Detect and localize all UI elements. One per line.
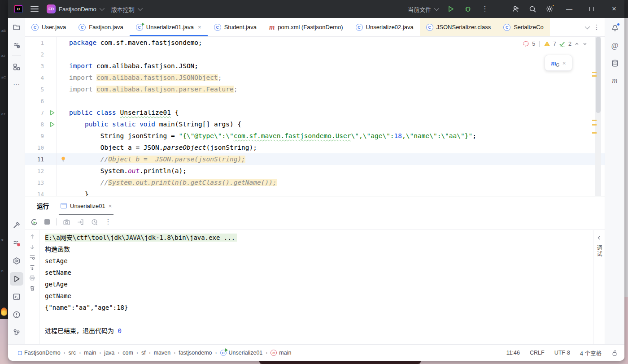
scroll-to-end-button[interactable]	[29, 264, 35, 271]
console-output[interactable]: E:\a网安\ctf\tool\jdk\JAVA\jdk-1.8\bin\jav…	[39, 230, 593, 344]
gc-button[interactable]	[91, 218, 98, 226]
intention-bulb-icon[interactable]	[57, 153, 69, 165]
code-line-10[interactable]: 10 Object a = JSON.parseObject(jsonStrin…	[25, 142, 605, 153]
maximize-button[interactable]	[581, 0, 602, 18]
breadcrumb-item-main[interactable]: mmain	[270, 350, 291, 356]
editor-tab-student-java[interactable]: CStudent.java	[208, 18, 263, 36]
breadcrumb-item-fastjsondemo[interactable]: fastjsondemo	[179, 350, 212, 356]
caret-position[interactable]: 11:46	[506, 350, 520, 356]
close-button[interactable]: ×	[604, 0, 624, 18]
code-line-12[interactable]: 12 System.out.println(a);	[25, 165, 605, 177]
dismiss-popup-icon[interactable]: ×	[563, 60, 566, 66]
run-config-selector[interactable]: 当前文件	[408, 5, 438, 13]
maven-reload-icon[interactable]: m	[551, 59, 557, 67]
structure-tool-button[interactable]	[10, 60, 23, 74]
rerun-button[interactable]	[31, 218, 38, 226]
soft-wrap-button[interactable]	[29, 254, 35, 260]
file-encoding[interactable]: UTF-8	[554, 350, 570, 356]
editor-tab-user-java[interactable]: CUser.java	[25, 18, 72, 36]
code-line-4[interactable]: 4import com.alibaba.fastjson.JSONObject;	[25, 72, 605, 83]
project-tool-button[interactable]	[10, 20, 23, 34]
editor-tab-fastjson-java[interactable]: CFastjson.java	[72, 18, 130, 36]
console-more-options-icon[interactable]: ⋯	[104, 218, 112, 225]
more-tools-button[interactable]: ⋯	[10, 78, 23, 91]
run-tool-button[interactable]	[10, 272, 23, 286]
tab-options-icon[interactable]: ⋯	[593, 24, 601, 31]
breadcrumb-item-main[interactable]: main	[84, 350, 96, 356]
screenshot-button[interactable]	[63, 218, 70, 226]
code-line-3[interactable]: 3import com.alibaba.fastjson.JSON;	[25, 60, 605, 72]
editor-tab-unserialize01-java[interactable]: CUnserialize01.java×	[130, 18, 208, 36]
maven-reload-popup[interactable]: m ×	[545, 55, 572, 71]
services-tool-button[interactable]	[10, 254, 23, 268]
code-line-11[interactable]: 11 //Object b = JSON.parse(jsonString);	[25, 153, 605, 165]
warning-stripe-mark[interactable]	[592, 75, 597, 77]
run-button[interactable]	[443, 2, 458, 16]
minimize-button[interactable]: —	[559, 0, 580, 18]
dump-threads-button[interactable]	[77, 218, 84, 226]
breadcrumb-item-maven[interactable]: maven	[154, 350, 171, 356]
code-line-1[interactable]: 1package com.sf.maven.fastjsondemo;	[25, 37, 605, 48]
clear-console-button[interactable]	[29, 285, 35, 291]
code-line-13[interactable]: 13 //System.out.println(b.getClass().get…	[25, 177, 605, 188]
problems-tool-button[interactable]	[10, 236, 23, 250]
settings-button[interactable]	[542, 2, 557, 16]
maven-tool-button[interactable]: m	[608, 74, 622, 87]
breadcrumb-item-com[interactable]: com	[122, 350, 133, 356]
intellij-logo-icon[interactable]: IJ	[14, 5, 22, 13]
code-with-me-button[interactable]	[508, 2, 523, 16]
line-ending[interactable]: CRLF	[530, 350, 545, 356]
breadcrumb-item-java[interactable]: java	[104, 350, 114, 356]
editor-tab-unserialize02-java[interactable]: CUnserialize02.java	[349, 18, 420, 36]
code-line-2[interactable]: 2	[25, 48, 605, 60]
project-selector[interactable]: FD FastjsonDemo	[47, 4, 103, 13]
warning-stripe-mark[interactable]	[592, 132, 597, 134]
editor-tab-jsonserializer-class[interactable]: CJSONSerializer.class	[420, 18, 497, 36]
breadcrumb-item-unserialize01[interactable]: CUnserialize01	[220, 350, 263, 356]
code-line-8[interactable]: 8 public static void main(String[] args)…	[25, 118, 605, 130]
commit-tool-button[interactable]: ?	[10, 38, 23, 52]
run-console-tab[interactable]: Unserialize01 ×	[61, 196, 112, 215]
code-line-14[interactable]: 14 }	[25, 188, 605, 196]
code-line-9[interactable]: 9 String jsonString = "{\"@type\":\"com.…	[25, 130, 605, 142]
run-gutter-icon[interactable]	[48, 110, 57, 116]
search-everywhere-button[interactable]	[525, 2, 540, 16]
indent-setting[interactable]: 4 个空格	[580, 349, 602, 357]
unlocked-padlock-icon[interactable]	[611, 350, 618, 356]
collapsed-side-panel[interactable]: 调试	[593, 230, 605, 344]
vcs-widget[interactable]: 版本控制	[111, 5, 141, 13]
more-actions-button[interactable]: ⋯	[477, 2, 493, 16]
build-tool-button[interactable]	[10, 218, 23, 232]
breadcrumb-item-src[interactable]: src	[69, 350, 76, 356]
hidden-tabs-chevron-icon[interactable]	[585, 24, 590, 29]
warning-stripe-mark[interactable]	[592, 124, 597, 126]
version-control-tool-button[interactable]	[10, 326, 23, 339]
code-line-7[interactable]: 7public class Unserialize01 {	[25, 107, 605, 118]
code-line-5[interactable]: 5import com.alibaba.fastjson.parser.Feat…	[25, 83, 605, 95]
stop-button[interactable]	[44, 219, 50, 225]
breadcrumb-item-sf[interactable]: sf	[141, 350, 146, 356]
editor-tab-pom-xml-fastjsondemo-[interactable]: mpom.xml (FastjsonDemo)	[263, 18, 349, 36]
close-console-tab-icon[interactable]: ×	[109, 203, 112, 209]
scrollbar-thumb[interactable]	[596, 37, 601, 113]
inspections-widget[interactable]: 5 7 2	[521, 39, 589, 48]
code-line-6[interactable]: 6	[25, 95, 605, 107]
notifications-tool-button[interactable]	[608, 22, 622, 35]
print-button[interactable]	[29, 275, 35, 281]
debug-button[interactable]	[460, 2, 475, 16]
breadcrumb-item-fastjsondemo[interactable]: FastjsonDemo	[18, 350, 61, 356]
code-editor[interactable]: 1package com.sf.maven.fastjsondemo;23imp…	[25, 37, 605, 196]
main-menu-icon[interactable]	[31, 6, 39, 12]
close-tab-icon[interactable]: ×	[198, 24, 201, 30]
editor-scrollbar[interactable]	[595, 37, 601, 196]
terminal-tool-button[interactable]	[10, 290, 23, 303]
editor-tab-serializeco[interactable]: CSerializeCo	[497, 18, 550, 36]
problems-view-tool-button[interactable]	[10, 308, 23, 321]
scroll-up-button[interactable]	[29, 234, 35, 240]
warning-stripe-mark[interactable]	[592, 120, 597, 121]
ai-assistant-tool-button[interactable]: @	[608, 39, 622, 52]
database-tool-button[interactable]	[608, 56, 622, 70]
warning-stripe-mark[interactable]	[592, 72, 597, 73]
scroll-down-button[interactable]	[29, 244, 35, 250]
run-gutter-icon[interactable]	[48, 121, 57, 127]
